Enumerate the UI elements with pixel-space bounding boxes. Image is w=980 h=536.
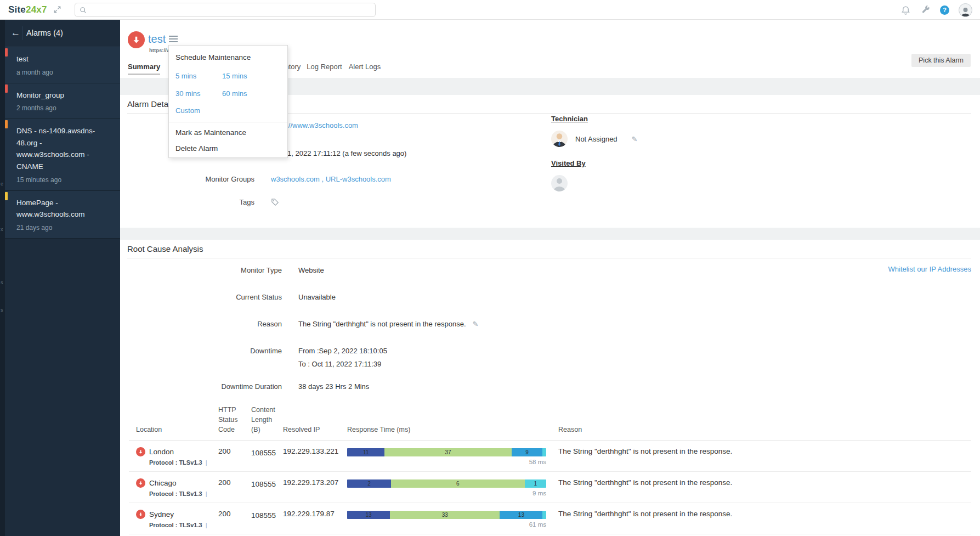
content-length-value: 108555 <box>251 447 277 466</box>
alarm-list-item-dns[interactable]: DNS - ns-1409.awsdns-48.org - www.w3scho… <box>5 119 120 190</box>
response-time-segment: 33 <box>390 511 500 519</box>
expand-icon[interactable] <box>53 5 61 14</box>
severity-accent <box>5 192 8 200</box>
monitor-type-label: Monitor Type <box>120 266 282 274</box>
col-header-location: Location <box>129 425 218 435</box>
topbar-icons: ? <box>900 0 972 20</box>
location-name: Chicago <box>149 479 177 487</box>
reason-label: Reason <box>120 320 282 328</box>
reason-value: The String "derthhght" is not present in… <box>298 320 478 328</box>
maintenance-custom[interactable]: Custom <box>175 106 200 115</box>
tools-wrench-icon[interactable] <box>920 5 931 15</box>
last-checked-value: Oct 11, 2022 17:11:12 (a few seconds ago… <box>271 149 406 157</box>
alarm-item-title: Monitor_group <box>16 89 111 101</box>
resolved-ip-value: 192.229.173.207 <box>283 478 347 497</box>
edit-technician-icon[interactable]: ✎ <box>632 135 638 143</box>
alarm-list-item-test[interactable]: test a month ago <box>5 47 120 83</box>
alarm-item-title: HomePage - www.w3schools.com <box>16 197 111 221</box>
col-header-content-length: Content Length (B) <box>251 405 283 435</box>
search-input[interactable] <box>90 6 371 14</box>
content-length-value: 108555 <box>251 510 277 528</box>
table-row-london: London Protocol : TLSv1.3 | 200 108555 1… <box>129 441 971 472</box>
alarm-actions-dropdown: Schedule Maintenance 5 mins 15 mins 30 m… <box>168 45 288 158</box>
delete-alarm-item[interactable]: Delete Alarm <box>169 138 287 154</box>
sidebar-title: Alarms (4) <box>26 29 63 37</box>
technician-avatar <box>551 131 568 147</box>
tab-log-report[interactable]: Log Report <box>307 63 342 71</box>
alarm-item-time: 21 days ago <box>16 224 111 232</box>
monitor-groups-label: Monitor Groups <box>120 175 254 183</box>
site24x7-logo[interactable]: Site24x7 <box>8 4 47 15</box>
severity-accent <box>5 84 8 93</box>
user-avatar[interactable] <box>959 3 972 17</box>
table-row-sydney: Sydney Protocol : TLSv1.3 | 200 108555 1… <box>129 503 971 534</box>
maintenance-30-mins[interactable]: 30 mins <box>175 89 222 98</box>
monitor-type-row: Monitor Type Website <box>120 266 980 274</box>
col-header-response-time: Response Time (ms) <box>347 425 558 435</box>
alarm-list-item-homepage[interactable]: HomePage - www.w3schools.com 21 days ago <box>5 191 120 239</box>
severity-accent <box>5 120 8 128</box>
monitor-title-link[interactable]: test <box>148 33 166 46</box>
sidebar-header: ← Alarms (4) <box>5 20 120 47</box>
edit-reason-icon[interactable]: ✎ <box>473 320 479 328</box>
tag-icon[interactable] <box>271 198 279 206</box>
global-search <box>75 3 376 17</box>
alarm-list: test a month ago Monitor_group 2 months … <box>5 47 120 239</box>
down-alarm-icon <box>128 31 145 48</box>
alarm-item-time: 2 months ago <box>16 104 111 112</box>
back-arrow-icon[interactable]: ← <box>11 27 20 38</box>
row-reason: The String "derthhght" is not present in… <box>558 447 971 466</box>
search-icon <box>80 7 87 14</box>
downtime-duration-row: Downtime Duration 38 days 23 Hrs 2 Mins <box>120 382 980 391</box>
reason-row: Reason The String "derthhght" is not pre… <box>120 320 980 328</box>
tab-alert-logs[interactable]: Alert Logs <box>349 63 381 71</box>
mark-as-maintenance-item[interactable]: Mark as Maintenance <box>169 122 287 138</box>
alarm-item-time: a month ago <box>16 69 111 76</box>
resolved-ip-value: 192.229.179.87 <box>283 510 347 528</box>
tab-summary[interactable]: Summary <box>128 63 160 71</box>
response-time-bar: 133313 <box>347 511 546 519</box>
section-divider <box>127 258 971 258</box>
response-time-segment <box>542 511 546 519</box>
col-header-resolved-ip: Resolved IP <box>283 425 347 435</box>
whitelist-ip-link[interactable]: Whitelist our IP Addresses <box>888 265 972 273</box>
http-status-value: 200 <box>218 510 251 528</box>
alarm-item-title: DNS - ns-1409.awsdns-48.org - www.w3scho… <box>16 125 111 172</box>
help-icon[interactable]: ? <box>940 5 949 15</box>
alarm-item-time: 15 minutes ago <box>16 176 111 184</box>
http-status-value: 200 <box>218 447 251 466</box>
severity-accent <box>5 48 8 57</box>
monitor-groups-links[interactable]: w3schools.com , URL-w3schools.com <box>271 175 391 183</box>
downtime-label: Downtime <box>120 347 282 355</box>
response-time-total: 58 ms <box>347 459 546 465</box>
alarm-list-item-monitor-group[interactable]: Monitor_group 2 months ago <box>5 83 120 120</box>
location-name: Sydney <box>149 510 174 518</box>
current-status-label: Current Status <box>120 293 282 301</box>
down-status-icon <box>136 447 145 456</box>
downtime-duration-label: Downtime Duration <box>120 382 282 391</box>
maintenance-5-mins[interactable]: 5 mins <box>175 72 222 80</box>
visited-by-title: Visited By <box>551 159 638 167</box>
resolved-ip-value: 192.229.133.221 <box>283 447 347 466</box>
maintenance-15-mins[interactable]: 15 mins <box>222 72 281 80</box>
http-status-value: 200 <box>218 478 251 497</box>
response-time-bar: 261 <box>347 479 546 488</box>
current-status-value: Unavailable <box>298 293 336 301</box>
schedule-maintenance-label: Schedule Maintenance <box>169 53 287 61</box>
table-header-row: Location HTTP Status Code Content Length… <box>129 405 971 441</box>
table-row-chicago: Chicago Protocol : TLSv1.3 | 200 108555 … <box>129 472 971 503</box>
collapsed-panel-strip: exss <box>0 20 5 536</box>
site24x7-app: Site24x7 ? exss ← <box>0 0 980 536</box>
alarm-actions-menu-icon[interactable] <box>169 36 178 44</box>
location-name: London <box>149 448 174 456</box>
row-reason: The String "derthhght" is not present in… <box>558 478 971 497</box>
top-bar: Site24x7 ? <box>0 0 980 20</box>
response-time-segment: 37 <box>384 448 512 456</box>
col-header-http-status: HTTP Status Code <box>218 405 251 435</box>
pick-this-alarm-button[interactable]: Pick this Alarm <box>911 54 971 67</box>
maintenance-60-mins[interactable]: 60 mins <box>222 89 281 98</box>
downtime-to: To : Oct 11, 2022 17:11:39 <box>298 360 387 368</box>
location-results-table: Location HTTP Status Code Content Length… <box>129 405 971 534</box>
response-time-segment: 1 <box>525 479 546 488</box>
notifications-bell-icon[interactable] <box>900 5 911 15</box>
